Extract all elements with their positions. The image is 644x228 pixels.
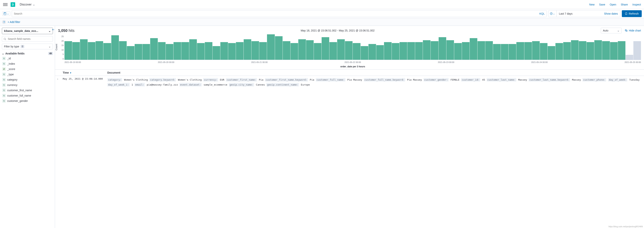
chart-bar[interactable] [516,42,524,60]
table-row[interactable]: › May 25, 2021 @ 15:06:14.000 category: … [55,76,644,89]
chart-bar[interactable] [96,41,103,60]
field-search-input[interactable] [8,37,51,40]
field-item[interactable]: t_type [2,72,53,77]
filter-by-type[interactable]: Filter by type 0 ⌄ [2,44,53,49]
field-item[interactable]: tcustomer_full_name [2,93,53,98]
quick-select-button[interactable]: ⌄ [548,10,556,17]
show-dates-button[interactable]: Show dates [602,12,620,15]
chart-bar[interactable] [384,42,392,60]
menu-icon[interactable] [3,2,8,7]
chart-bar[interactable] [103,43,111,60]
refresh-button[interactable]: Refresh [622,10,642,17]
hide-chart-button[interactable]: Hide chart [625,29,641,32]
document-header[interactable]: Document [105,70,644,76]
chart-bar[interactable] [314,43,322,60]
field-item[interactable]: tcustomer_first_name [2,88,53,93]
field-item[interactable]: tcurrency [2,82,53,88]
chart-bar[interactable] [80,39,88,60]
chart-bar[interactable] [290,43,298,60]
save-link[interactable]: Save [599,3,605,6]
field-item[interactable]: tcategory [2,77,53,82]
saved-queries-button[interactable]: ⌄ [2,12,10,16]
chart-bar[interactable] [454,43,462,60]
search-box[interactable]: KQL [12,10,547,17]
chart-bar[interactable] [407,42,415,60]
search-input[interactable] [14,12,539,15]
chart-bar[interactable] [306,40,314,60]
chart-bar[interactable] [72,42,80,60]
chart-bar[interactable] [275,36,282,60]
chart-bar[interactable] [392,43,399,60]
chart-bar[interactable] [322,37,329,60]
chart-bar[interactable] [446,40,454,60]
doc-table-area[interactable]: Time ▼ Document › May 25, 2021 @ 15:06:1… [55,70,644,228]
chart-bar[interactable] [135,44,142,60]
chart-bar[interactable] [166,44,173,60]
chart-bar[interactable] [618,41,626,60]
chart-bar-partial[interactable] [634,41,641,60]
chart-bar[interactable] [119,41,127,60]
chart-bar[interactable] [493,44,501,60]
chart-bar[interactable] [462,42,470,60]
chart-bar[interactable] [127,46,134,60]
chart-bar[interactable] [563,42,571,60]
chart-bar[interactable] [244,39,251,60]
histogram-chart[interactable]: Count 2520151050 2021-05-19 00:002021-05… [55,35,644,70]
add-filter-button[interactable]: + Add filter [8,20,20,24]
time-picker[interactable]: ⌄ Last 7 days Show dates [548,10,620,17]
chart-bar[interactable] [376,45,384,60]
app-title[interactable]: Discover ⌄ [20,3,35,6]
chart-bar[interactable] [485,41,493,60]
chart-bar[interactable] [353,43,360,60]
chart-bar[interactable] [579,41,586,60]
time-header[interactable]: Time ▼ [60,70,105,76]
chart-bar[interactable] [197,43,204,60]
new-link[interactable]: New [589,3,594,6]
chart-bar[interactable] [368,44,376,60]
chart-bar[interactable] [220,42,228,60]
chart-bar[interactable] [298,39,306,60]
chart-bar[interactable] [174,42,181,60]
kql-toggle[interactable]: KQL [539,12,545,15]
chart-bar[interactable] [602,41,610,60]
chart-bar[interactable] [548,46,555,60]
chart-bar[interactable] [361,46,368,60]
chart-bar[interactable] [142,44,150,60]
chart-bar[interactable] [501,44,508,60]
chart-bar[interactable] [345,41,352,60]
inspect-link[interactable]: Inspect [632,3,641,6]
chart-bar[interactable] [415,42,423,60]
chart-bar[interactable] [228,43,236,60]
chart-bar[interactable] [571,40,578,60]
chart-bar[interactable] [259,42,267,60]
field-item[interactable]: t_id [2,56,53,61]
chart-bar[interactable] [212,46,220,60]
chart-bar[interactable] [189,39,197,60]
time-range-text[interactable]: Last 7 days [556,12,602,15]
field-search[interactable] [2,36,53,42]
chart-bar[interactable] [283,41,290,60]
chart-bar[interactable] [478,41,485,60]
chart-bar[interactable] [540,43,548,60]
chart-bar[interactable] [439,37,446,60]
chart-bar[interactable] [111,35,119,60]
field-item[interactable]: t_index [2,61,53,66]
chart-bar[interactable] [586,42,594,60]
chart-bar[interactable] [470,38,477,60]
field-item[interactable]: tcustomer_gender [2,98,53,104]
interval-select[interactable]: Auto [601,28,622,34]
chart-bar[interactable] [252,41,259,60]
share-link[interactable]: Share [621,3,628,6]
chart-bar[interactable] [337,39,345,60]
chart-bar[interactable] [524,42,532,60]
filter-menu-icon[interactable]: ⊕ [2,20,6,24]
chart-bar[interactable] [267,34,274,60]
chart-bar[interactable] [423,40,430,60]
chart-bar[interactable] [236,42,244,60]
chart-bar[interactable] [330,42,337,60]
chart-bar[interactable] [400,42,407,60]
chart-bar[interactable] [158,42,166,60]
expand-row-icon[interactable]: › [55,76,60,89]
chart-bar[interactable] [431,41,438,60]
open-link[interactable]: Open [610,3,616,6]
